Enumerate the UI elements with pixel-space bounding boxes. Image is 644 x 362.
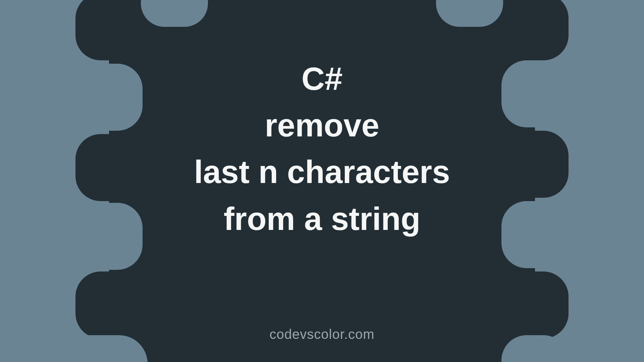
main-title: C# remove last n characters from a strin… [0,55,644,242]
title-line-2: remove [0,102,644,148]
blob-bump-left [75,0,143,60]
site-credit: codevscolor.com [270,327,375,342]
title-line-3: last n characters [0,148,644,195]
blob-inset-left [47,335,148,362]
title-line-4: from a string [0,195,644,242]
blob-bump-right [501,272,569,339]
blob-bump-left [75,272,143,339]
title-line-1: C# [0,55,644,102]
blob-bump-right [501,0,569,60]
